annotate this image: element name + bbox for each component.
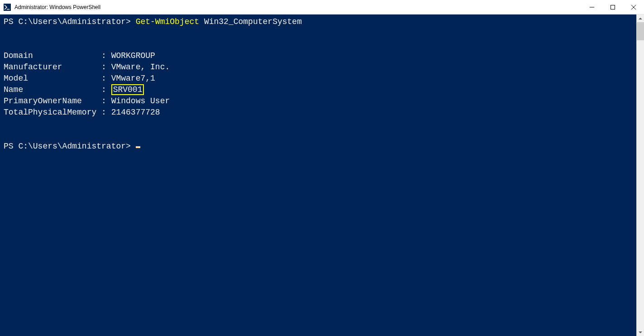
- ps-prompt-2: PS C:\Users\Administrator>: [4, 142, 136, 151]
- out-val-2: VMware7,1: [111, 74, 155, 83]
- powershell-icon: [4, 4, 11, 11]
- ps-argument: Win32_ComputerSystem: [204, 17, 302, 26]
- vertical-scrollbar[interactable]: [636, 14, 644, 336]
- window-title: Administrator: Windows PowerShell: [14, 4, 100, 10]
- scroll-thumb[interactable]: [637, 22, 644, 40]
- out-sep-4: :: [96, 96, 111, 106]
- out-row-0: Domain : WORKGROUP: [4, 51, 155, 60]
- titlebar-left: Administrator: Windows PowerShell: [0, 4, 100, 11]
- out-val-4: Windows User: [111, 96, 170, 106]
- out-sep-5: :: [96, 108, 111, 117]
- terminal[interactable]: PS C:\Users\Administrator> Get-WmiObject…: [0, 14, 636, 336]
- out-row-5: TotalPhysicalMemory : 2146377728: [4, 108, 160, 117]
- out-val-5: 2146377728: [111, 108, 160, 117]
- ps-prompt-1: PS C:\Users\Administrator>: [4, 17, 136, 26]
- maximize-button[interactable]: [602, 0, 623, 14]
- scroll-down-button[interactable]: [637, 328, 644, 336]
- scroll-track[interactable]: [637, 22, 644, 328]
- ps-cmdlet: Get-WmiObject: [136, 17, 199, 26]
- out-key-2: Model: [4, 74, 96, 83]
- out-row-3: Name : SRV001: [4, 85, 144, 94]
- svg-rect-3: [611, 5, 615, 10]
- cursor: [136, 146, 140, 148]
- out-val-3-highlight: SRV001: [111, 84, 144, 95]
- out-row-2: Model : VMware7,1: [4, 74, 155, 83]
- out-val-0: WORKGROUP: [111, 51, 155, 60]
- out-sep-2: :: [96, 74, 111, 83]
- out-key-4: PrimaryOwnerName: [4, 96, 96, 106]
- out-key-1: Manufacturer: [4, 62, 96, 72]
- terminal-container: PS C:\Users\Administrator> Get-WmiObject…: [0, 14, 644, 336]
- out-key-3: Name: [4, 85, 96, 94]
- out-sep-0: :: [96, 51, 111, 60]
- minimize-button[interactable]: [582, 0, 602, 14]
- out-key-5: TotalPhysicalMemory: [4, 108, 96, 117]
- close-button[interactable]: [623, 0, 644, 14]
- out-sep-3: :: [96, 85, 111, 94]
- out-row-4: PrimaryOwnerName : Windows User: [4, 96, 170, 106]
- scroll-up-button[interactable]: [637, 14, 644, 22]
- ps-argspace: [199, 17, 204, 26]
- out-row-1: Manufacturer : VMware, Inc.: [4, 62, 170, 72]
- window-controls: [582, 0, 644, 14]
- window-titlebar: Administrator: Windows PowerShell: [0, 0, 644, 14]
- out-key-0: Domain: [4, 51, 96, 60]
- out-val-1: VMware, Inc.: [111, 62, 170, 72]
- out-sep-1: :: [96, 62, 111, 72]
